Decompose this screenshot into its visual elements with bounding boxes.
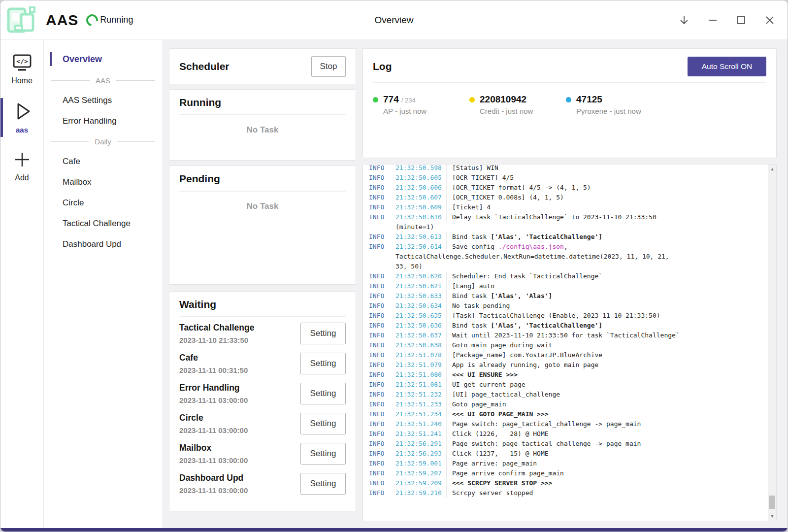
tasks-column: Scheduler Stop Running No Task Pending N… bbox=[169, 48, 356, 521]
scrollbar-thumb[interactable] bbox=[769, 496, 775, 509]
waiting-task-row: Mailbox 2023-11-11 03:00:00 Setting bbox=[179, 438, 346, 468]
pending-title: Pending bbox=[179, 173, 220, 184]
scheduler-title: Scheduler bbox=[179, 61, 230, 72]
titlebar: AAS Running Overview bbox=[0, 0, 788, 40]
stat-text: 220810942 Credit - just now bbox=[480, 94, 533, 115]
waiting-task-next-run: 2023-11-11 03:00:00 bbox=[179, 396, 248, 404]
stat-dot-icon bbox=[566, 97, 571, 102]
rail-item-aas[interactable]: aas bbox=[0, 96, 43, 137]
log-row: INFO21:32:59.207Page arrive confirm page… bbox=[369, 468, 760, 478]
resource-stat: 774/ 234 AP - just now bbox=[373, 94, 469, 115]
window-controls bbox=[673, 0, 781, 40]
log-row: INFO21:32:50.614Save config ./config\aas… bbox=[369, 242, 760, 252]
stat-value: 774 bbox=[383, 94, 399, 104]
log-column: Log Auto Scroll ON 774/ 234 AP - just no… bbox=[362, 48, 777, 521]
hide-to-tray-button[interactable] bbox=[673, 9, 695, 31]
scheduler-stop-button[interactable]: Stop bbox=[311, 56, 346, 77]
sidebar-item-label: Overview bbox=[63, 54, 102, 65]
log-row: INFO21:32:56.293Click (1237, 15) @ HOME bbox=[369, 449, 760, 459]
waiting-task-info: Mailbox 2023-11-11 03:00:00 bbox=[179, 443, 248, 465]
log-row: INFO21:32:51.079App is already running, … bbox=[369, 360, 760, 370]
log-row: INFO21:32:50.613Bind task ['Alas', 'Tact… bbox=[369, 232, 760, 242]
task-setting-button[interactable]: Setting bbox=[300, 323, 346, 344]
log-rows[interactable]: INFO21:32:50.598[Status] WININFO21:32:50… bbox=[369, 164, 770, 521]
sidebar-item-error-handling[interactable]: Error Handling bbox=[44, 111, 162, 132]
log-row: INFO21:32:50.606[OCR_TICKET format] 4/5 … bbox=[369, 183, 760, 193]
log-row: INFO21:32:51.232[UI] page_tactical_chall… bbox=[369, 390, 760, 399]
log-row: INFO21:32:50.605[OCR_TICKET] 4/5 bbox=[369, 173, 760, 183]
rail-label-add: Add bbox=[15, 173, 29, 182]
sidebar-item-tactical-challenge[interactable]: Tactical Challenge bbox=[44, 213, 162, 234]
waiting-task-next-run: 2023-11-11 00:31:50 bbox=[179, 366, 248, 374]
waiting-task-info: Error Handling 2023-11-11 03:00:00 bbox=[179, 383, 248, 404]
running-empty-text: No Task bbox=[169, 125, 356, 135]
waiting-task-name: Circle bbox=[179, 413, 248, 423]
log-row: INFO21:32:50.633Bind task ['Alas', 'Alas… bbox=[369, 291, 760, 301]
minimize-button[interactable] bbox=[702, 9, 723, 31]
sidebar-item-circle[interactable]: Circle bbox=[44, 193, 162, 213]
stat-value: 47125 bbox=[576, 94, 602, 104]
app-body: </> Home aas bbox=[0, 40, 788, 528]
log-row: INFO21:32:50.636Bind task ['Alas', 'Tact… bbox=[369, 321, 760, 331]
log-row: INFO21:32:50.621[Lang] auto bbox=[369, 281, 760, 291]
scrollbar-up-arrow-icon[interactable]: ▲ bbox=[768, 165, 776, 173]
running-spinner-icon bbox=[84, 12, 100, 28]
waiting-task-next-run: 2023-11-11 03:00:00 bbox=[179, 426, 248, 434]
log-scrollbar[interactable]: ▲ ▼ bbox=[768, 165, 776, 521]
app-logo bbox=[4, 4, 37, 36]
svg-text:</>: </> bbox=[16, 58, 28, 65]
log-row: INFO21:32:51.234<<< UI GOTO PAGE_MAIN >>… bbox=[369, 409, 760, 419]
sidebar-item-aas-settings[interactable]: AAS Settings bbox=[44, 90, 162, 111]
sidebar-item-overview[interactable]: Overview bbox=[44, 48, 162, 70]
sidebar-section-divider: AAS bbox=[44, 70, 162, 90]
maximize-button[interactable] bbox=[730, 9, 752, 31]
scheduler-status-text: Running bbox=[100, 15, 133, 25]
rail-item-add[interactable]: Add bbox=[0, 145, 43, 185]
sidebar-menu: Overview AAS AAS Settings Error Handling… bbox=[44, 40, 162, 528]
log-row: INFO21:32:59.210Scrcpy server stopped bbox=[369, 488, 760, 498]
waiting-task-next-run: 2023-11-11 03:00:00 bbox=[179, 456, 248, 465]
waiting-task-name: Tactical Challenge bbox=[179, 323, 254, 333]
sidebar-item-dashboard-upd[interactable]: Dashboard Upd bbox=[44, 234, 162, 255]
log-row: INFO21:32:51.081UI get current page bbox=[369, 380, 760, 390]
sidebar-item-label: Tactical Challenge bbox=[63, 219, 131, 229]
divider bbox=[179, 191, 346, 192]
sidebar-item-cafe[interactable]: Cafe bbox=[44, 151, 162, 172]
sidebar-item-mailbox[interactable]: Mailbox bbox=[44, 172, 162, 193]
scrollbar-down-arrow-icon[interactable]: ▼ bbox=[768, 512, 776, 520]
waiting-list: Tactical Challenge 2023-11-10 21:33:50 S… bbox=[169, 317, 356, 499]
stat-label: Credit - just now bbox=[480, 107, 533, 115]
sidebar-item-label: Mailbox bbox=[63, 177, 92, 187]
task-setting-button[interactable]: Setting bbox=[300, 473, 346, 495]
log-row: INFO21:32:50.607[OCR_TICKET 0.008s] (4, … bbox=[369, 193, 760, 202]
close-button[interactable] bbox=[759, 9, 781, 31]
waiting-task-row: Error Handling 2023-11-11 03:00:00 Setti… bbox=[179, 378, 346, 408]
arrow-down-icon bbox=[679, 15, 690, 26]
rail-item-home[interactable]: </> Home bbox=[0, 49, 43, 88]
log-row: 33, 50) bbox=[369, 262, 760, 271]
task-setting-button[interactable]: Setting bbox=[300, 353, 346, 374]
sidebar-item-label: AAS Settings bbox=[63, 96, 112, 105]
log-output-card: INFO21:32:50.598[Status] WININFO21:32:50… bbox=[362, 164, 777, 521]
log-row: (minute=1) bbox=[369, 222, 760, 232]
sidebar-item-label: Cafe bbox=[63, 157, 80, 166]
log-row: INFO21:32:50.634No task pending bbox=[369, 301, 760, 311]
log-row: INFO21:32:50.637Wait until 2023-11-10 21… bbox=[369, 331, 760, 340]
log-row: INFO21:32:51.240Page switch: page_tactic… bbox=[369, 419, 760, 429]
log-row: INFO21:32:50.635[Task] TacticalChallenge… bbox=[369, 311, 760, 321]
stat-label: AP - just now bbox=[383, 107, 427, 115]
task-setting-button[interactable]: Setting bbox=[300, 443, 346, 465]
rail-label-aas: aas bbox=[16, 126, 28, 134]
task-setting-button[interactable]: Setting bbox=[300, 383, 346, 404]
sidebar-item-label: Dashboard Upd bbox=[63, 239, 121, 249]
divider-line bbox=[51, 141, 89, 142]
play-icon bbox=[12, 101, 33, 124]
waiting-task-next-run: 2023-11-11 03:00:00 bbox=[179, 486, 248, 495]
auto-scroll-button[interactable]: Auto Scroll ON bbox=[688, 57, 766, 76]
waiting-task-info: Dashboard Upd 2023-11-11 03:00:00 bbox=[179, 473, 248, 495]
task-setting-button[interactable]: Setting bbox=[300, 413, 346, 434]
plus-icon bbox=[12, 150, 33, 171]
running-card: Running No Task bbox=[169, 89, 356, 161]
waiting-task-info: Circle 2023-11-11 03:00:00 bbox=[179, 413, 248, 434]
log-row: INFO21:32:51.241Click (1226, 28) @ HOME bbox=[369, 429, 760, 439]
